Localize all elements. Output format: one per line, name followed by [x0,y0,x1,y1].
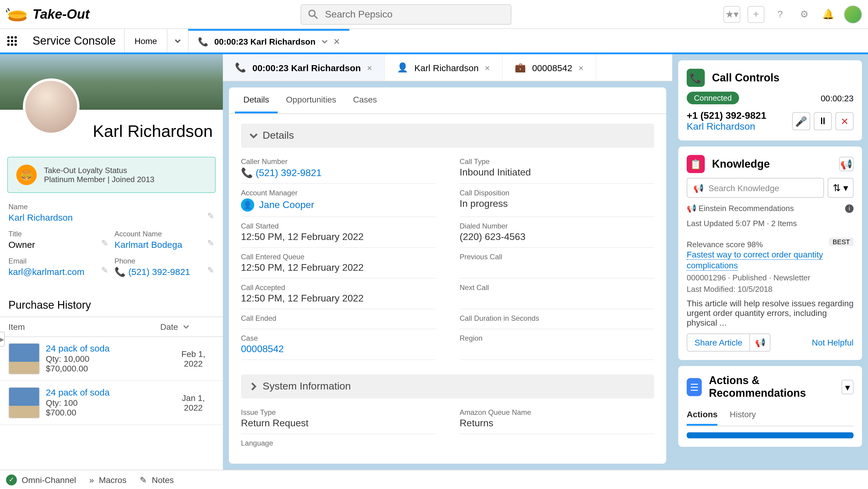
chevron-down-icon [175,38,180,44]
email-link[interactable]: karl@karlmart.com [8,266,84,277]
call-timer: 00:00:23 [821,93,854,103]
close-icon[interactable]: × [578,62,584,73]
status-badge: Connected [687,92,739,104]
customer-name-link[interactable]: Karl Richardson [8,212,72,223]
product-thumbnail [8,387,40,419]
edit-icon[interactable]: ✎ [207,211,214,221]
tab-actions[interactable]: Actions [687,405,718,426]
setup-gear-icon[interactable]: ⚙ [796,6,813,23]
action-item[interactable] [687,432,854,438]
tab-history[interactable]: History [730,405,756,426]
close-icon[interactable]: × [367,62,372,73]
close-icon[interactable]: × [485,62,490,73]
edit-icon[interactable]: ✎ [101,265,108,275]
article-link[interactable]: Fastest way to correct order quantity co… [687,250,823,271]
share-dropdown-icon[interactable]: 📢 [750,334,770,351]
date-column-sort[interactable]: Date [160,322,214,332]
tab-dropdown[interactable] [166,29,188,53]
brand-logo: Take-Out [6,6,89,23]
customer-name: Karl Richardson [93,122,223,141]
tab-home[interactable]: Home [124,29,167,53]
case-link[interactable]: 00008542 [241,344,284,354]
info-icon[interactable]: i [845,204,854,212]
right-column: 📞 Call Controls Connected 00:00:23 +1 (5… [672,54,868,470]
phone-panel-icon: 📞 [687,69,705,87]
svg-point-11 [11,43,13,46]
phone-icon: 📞 [198,37,208,47]
check-icon: ✓ [6,474,17,485]
chevron-down-icon [249,132,258,140]
subtab-case[interactable]: 💼 00008542 × [503,54,596,81]
section-details-header[interactable]: Details [241,124,654,148]
caller-number-link[interactable]: (521) 392-9821 [256,168,322,178]
close-tab-icon[interactable]: × [334,35,340,48]
hold-button[interactable]: ⏸ [814,112,832,130]
not-helpful-link[interactable]: Not Helpful [812,338,854,347]
loyalty-card: 🍔 Take-Out Loyalty Status Platinum Membe… [7,157,216,193]
notifications-bell-icon[interactable]: 🔔 [820,6,837,23]
mute-button[interactable]: 🎤 [792,112,810,130]
svg-point-9 [14,39,17,42]
macros-button[interactable]: »Macros [89,475,126,485]
search-icon [308,9,318,19]
knowledge-panel: 📋 Knowledge 📢 📢 Search Knowledge ⇅ ▾ 📢 E… [678,146,862,360]
end-call-button[interactable]: ✕ [835,112,854,130]
svg-point-5 [11,36,13,38]
omni-channel-button[interactable]: ✓Omni-Channel [6,474,76,485]
utility-bar: ✓Omni-Channel »Macros ✎Notes [0,470,868,489]
tab-details[interactable]: Details [235,87,278,113]
help-icon[interactable]: ? [772,6,788,23]
share-article-button[interactable]: Share Article 📢 [687,334,771,351]
user-avatar-icon: 👤 [241,198,254,212]
svg-point-12 [14,43,17,46]
purchase-row: 24 pack of soda Qty: 100 $700.00 Jan 1, … [0,381,223,425]
favorites-button[interactable]: ★▾ [723,6,740,23]
field-label: Name [8,203,200,211]
knowledge-sort-button[interactable]: ⇅ ▾ [827,178,854,198]
product-link[interactable]: 24 pack of soda [46,343,110,353]
call-controls-panel: 📞 Call Controls Connected 00:00:23 +1 (5… [678,60,862,141]
announce-icon: 📢 [693,183,704,193]
expand-handle[interactable]: ▶ [0,332,5,347]
app-name: Service Console [24,29,124,53]
edit-icon[interactable]: ✎ [207,265,214,275]
account-manager-link[interactable]: Jane Cooper [259,200,314,210]
notes-button[interactable]: ✎Notes [140,475,174,485]
caller-link[interactable]: Karl Richardson [687,121,755,132]
phone-icon: 📞 [241,168,253,178]
svg-point-10 [7,43,10,46]
chevron-down-icon[interactable] [322,38,328,45]
section-sysinfo-header[interactable]: System Information [241,374,654,399]
subtab-call[interactable]: 📞 00:00:23 Karl Richardson × [223,54,385,81]
subtab-contact[interactable]: 👤 Karl Richardson × [385,54,503,81]
add-button[interactable]: ＋ [747,6,765,23]
notes-icon: ✎ [140,475,147,485]
phone-link[interactable]: (521) 392-9821 [128,266,190,277]
edit-icon[interactable]: ✎ [101,238,108,248]
tab-cases[interactable]: Cases [345,87,385,113]
tab-active-call[interactable]: 📞 00:00:23 Karl Richardson × [188,29,349,53]
app-tabbar: Service Console Home 📞 00:00:23 Karl Ric… [0,29,868,54]
phone-icon: 📞 [115,266,126,277]
loyalty-badge-icon: 🍔 [16,165,37,185]
knowledge-search-input[interactable]: 📢 Search Knowledge [687,178,824,198]
user-avatar[interactable] [844,5,862,23]
workspace-subtabs: 📞 00:00:23 Karl Richardson × 👤 Karl Rich… [223,54,672,81]
product-thumbnail [8,343,40,374]
global-search[interactable]: Search Pepsico [300,4,511,24]
edit-icon[interactable]: ✎ [207,238,214,248]
announce-icon: 📢 [687,204,696,213]
app-launcher-icon[interactable] [0,29,24,53]
tab-opportunities[interactable]: Opportunities [278,87,345,113]
purchase-row: 24 pack of soda Qty: 10,000 $70,000.00 F… [0,337,223,381]
knowledge-icon: 📋 [687,155,705,173]
account-link[interactable]: Karlmart Bodega [115,239,182,250]
case-icon: 💼 [515,62,526,73]
best-badge: BEST [829,237,854,246]
actions-panel: ☰ Actions & Recommendations ▾ Actions Hi… [678,366,862,447]
svg-line-3 [314,16,317,19]
product-link[interactable]: 24 pack of soda [46,387,110,397]
announce-button[interactable]: 📢 [839,157,854,171]
actions-menu-button[interactable]: ▾ [841,380,854,394]
svg-point-8 [11,39,13,42]
